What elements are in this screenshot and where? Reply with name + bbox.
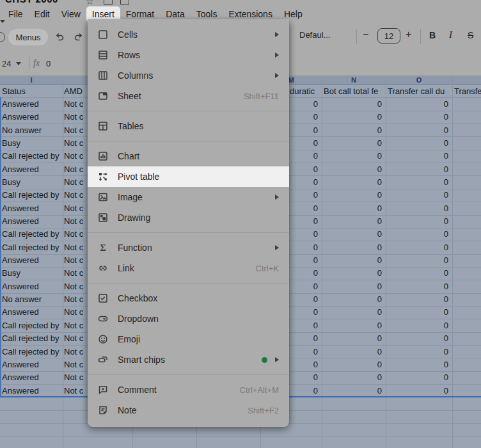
cell[interactable]: 0 xyxy=(386,204,448,213)
cell[interactable]: 0 xyxy=(322,360,382,369)
cell[interactable]: 0 xyxy=(322,294,382,304)
menu-item-chart[interactable]: Chart xyxy=(88,146,289,166)
cell[interactable]: 0 xyxy=(322,125,382,135)
cell[interactable]: 0 xyxy=(322,177,382,187)
strikethrough-button[interactable]: S xyxy=(468,30,473,40)
cell[interactable]: Answered xyxy=(2,204,62,213)
chevron-down-icon[interactable] xyxy=(16,62,21,65)
cell[interactable]: 0 xyxy=(322,243,382,252)
cell[interactable]: Answered xyxy=(2,164,62,174)
cell[interactable]: 0 xyxy=(322,282,382,291)
column-header-i[interactable]: I xyxy=(30,76,32,84)
cell[interactable]: 0 xyxy=(322,138,382,148)
cell[interactable]: Answered xyxy=(2,386,62,396)
menubar-item-view[interactable]: View xyxy=(56,6,86,22)
font-family-select[interactable]: Defaul... xyxy=(299,30,330,40)
cell[interactable]: 0 xyxy=(386,294,448,304)
cell[interactable]: 0 xyxy=(322,347,382,356)
menu-item-pivot-table[interactable]: Pivot table xyxy=(88,166,289,187)
cell[interactable]: Busy xyxy=(2,268,62,278)
italic-button[interactable]: I xyxy=(449,29,452,40)
cell[interactable]: 0 xyxy=(386,372,448,382)
cell[interactable]: 0 xyxy=(386,177,448,187)
menu-item-image[interactable]: Image xyxy=(88,187,289,207)
cell[interactable]: 0 xyxy=(386,229,448,239)
bold-button[interactable]: B xyxy=(429,30,436,40)
menu-item-cells[interactable]: Cells xyxy=(88,24,289,45)
cell[interactable]: 0 xyxy=(386,190,448,200)
cell[interactable]: Bot call total fe xyxy=(324,86,385,96)
menus-button[interactable]: Menus xyxy=(8,29,48,45)
cell[interactable]: 0 xyxy=(322,229,382,239)
cell[interactable]: Status xyxy=(2,86,62,96)
menu-item-emoji[interactable]: Emoji xyxy=(88,329,289,349)
cell[interactable]: duratic xyxy=(290,86,321,96)
menu-item-smart-chips[interactable]: Smart chips xyxy=(88,349,289,370)
cell[interactable]: Transfer call du xyxy=(388,86,452,96)
cell[interactable]: Call rejected by xyxy=(2,321,62,330)
menubar-item-file[interactable]: File xyxy=(3,6,29,22)
cell[interactable]: 0 xyxy=(322,307,382,317)
move-folder-icon[interactable] xyxy=(104,0,113,5)
cell[interactable]: 0 xyxy=(386,255,448,265)
redo-icon[interactable] xyxy=(73,31,84,45)
cell[interactable]: 0 xyxy=(386,333,448,343)
cell[interactable]: 0 xyxy=(322,333,382,343)
menu-item-checkbox[interactable]: Checkbox xyxy=(88,288,289,308)
cell[interactable]: Call rejected by xyxy=(2,347,62,356)
document-title[interactable]: CHST 2000 xyxy=(5,0,58,4)
cell[interactable]: 0 xyxy=(322,151,382,161)
cell[interactable]: 0 xyxy=(386,243,448,252)
cell[interactable]: Answered xyxy=(2,99,62,109)
cell[interactable]: 0 xyxy=(386,268,448,278)
cell[interactable]: Answered xyxy=(2,372,62,382)
menu-item-drawing[interactable]: Drawing xyxy=(88,207,289,228)
cell[interactable]: 0 xyxy=(322,112,382,122)
cell[interactable]: Answered xyxy=(2,282,62,291)
menu-item-dropdown[interactable]: Dropdown xyxy=(88,308,289,329)
star-icon[interactable]: ☆ xyxy=(86,0,94,5)
cell[interactable]: 0 xyxy=(322,216,382,226)
cell[interactable]: 0 xyxy=(386,386,448,396)
cell[interactable]: 0 xyxy=(386,138,448,148)
cell[interactable]: 0 xyxy=(386,360,448,369)
cell[interactable]: Call rejected by xyxy=(2,229,62,239)
cell[interactable]: 0 xyxy=(322,99,382,109)
undo-icon[interactable] xyxy=(54,31,65,45)
cell[interactable]: 0 xyxy=(322,255,382,265)
menu-item-sheet[interactable]: SheetShift+F11 xyxy=(88,86,289,106)
menu-item-function[interactable]: ΣFunction xyxy=(88,237,289,258)
column-header-n[interactable]: N xyxy=(351,76,356,84)
font-size-input[interactable]: 12 xyxy=(377,28,400,44)
cell[interactable]: Answered xyxy=(2,216,62,226)
cell[interactable]: 0 xyxy=(386,99,448,109)
cell[interactable]: 0 xyxy=(322,372,382,382)
cell[interactable]: 0 xyxy=(386,282,448,291)
cell[interactable]: Busy xyxy=(2,177,62,187)
cell[interactable]: 0 xyxy=(322,190,382,200)
menubar-item-edit[interactable]: Edit xyxy=(29,6,56,22)
cell[interactable]: Transfe xyxy=(454,86,481,96)
cell[interactable]: 0 xyxy=(322,204,382,213)
cell[interactable]: 0 xyxy=(386,347,448,356)
menu-item-comment[interactable]: CommentCtrl+Alt+M xyxy=(88,380,289,400)
menu-item-columns[interactable]: Columns xyxy=(88,65,289,86)
cell[interactable]: Call rejected by xyxy=(2,190,62,200)
decrease-font-size-button[interactable]: − xyxy=(363,29,368,40)
cell[interactable]: No answer xyxy=(2,125,62,135)
cell[interactable]: Answered xyxy=(2,307,62,317)
cell[interactable]: 0 xyxy=(386,112,448,122)
cell[interactable]: Call rejected by xyxy=(2,243,62,252)
cell[interactable]: 0 xyxy=(386,125,448,135)
cell[interactable]: 0 xyxy=(386,151,448,161)
cell[interactable]: No answer xyxy=(2,294,62,304)
menu-item-link[interactable]: LinkCtrl+K xyxy=(88,258,289,278)
cell[interactable]: 0 xyxy=(386,164,448,174)
cell[interactable]: 0 xyxy=(322,164,382,174)
cell[interactable]: Answered xyxy=(2,255,62,265)
menu-item-rows[interactable]: Rows xyxy=(88,45,289,65)
formula-input[interactable]: 0 xyxy=(46,59,51,68)
column-header-o[interactable]: O xyxy=(416,76,422,84)
cell[interactable]: 0 xyxy=(386,321,448,330)
cell[interactable]: 0 xyxy=(386,307,448,317)
